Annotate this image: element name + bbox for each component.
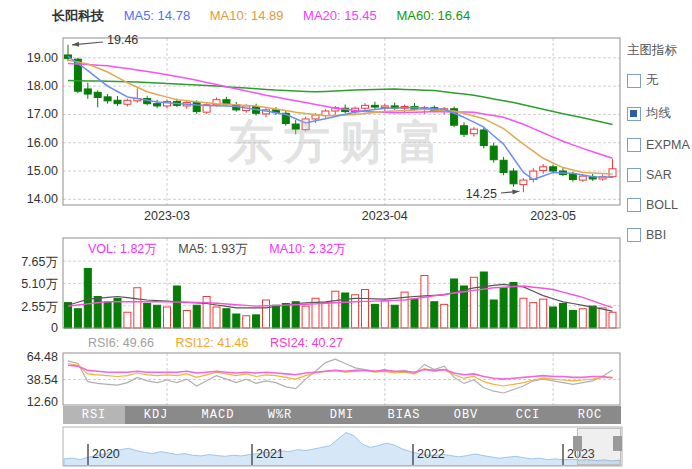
volume-series: [65, 269, 617, 329]
indicator-option-label: 均线: [646, 105, 671, 122]
stock-chart-app: 长阳科技 MA5: 14.78 MA10: 14.89 MA20: 15.45 …: [0, 0, 692, 469]
tab-wr[interactable]: W%R: [249, 406, 311, 424]
tab-kdj[interactable]: KDJ: [125, 406, 187, 424]
volume-legend: VOL: 1.82万 MA5: 1.93万 MA10: 2.32万: [88, 241, 364, 258]
price-annotation: [501, 189, 519, 194]
checkbox-icon[interactable]: [627, 228, 641, 242]
checkbox-icon[interactable]: [627, 168, 641, 182]
indicator-option-SAR[interactable]: SAR: [627, 168, 690, 182]
ma20-value: MA20: 15.45: [303, 8, 377, 23]
ma60-value: MA60: 16.64: [396, 8, 470, 23]
vol-value: VOL: 1.82万: [88, 242, 157, 256]
tab-rsi[interactable]: RSI: [63, 406, 125, 424]
timeline-selection-right-handle[interactable]: [613, 436, 622, 451]
ma5-value: MA5: 14.78: [124, 8, 191, 23]
checkbox-icon[interactable]: [627, 138, 641, 152]
indicator-option-label: 无: [646, 72, 659, 89]
indicator-option-BBI[interactable]: BBI: [627, 228, 690, 242]
chart-canvas: [0, 0, 692, 469]
price-annotation-label: 14.25: [466, 187, 497, 201]
tab-macd[interactable]: MACD: [187, 406, 249, 424]
stock-name: 长阳科技: [52, 8, 104, 23]
indicator-option-label: BBI: [646, 228, 666, 242]
indicator-option-BOLL[interactable]: BOLL: [627, 198, 690, 212]
indicator-panel-title: 主图指标: [627, 42, 690, 59]
ma-lines: [68, 56, 613, 179]
indicator-option-EXPMA[interactable]: EXPMA: [627, 138, 690, 152]
indicator-option-label: BOLL: [646, 198, 678, 212]
vol-ma5-value: MA5: 1.93万: [178, 242, 247, 256]
price-annotation: [72, 42, 103, 47]
tab-roc[interactable]: ROC: [559, 406, 621, 424]
tab-cci[interactable]: CCI: [497, 406, 559, 424]
price-annotation-label: 19.46: [107, 33, 138, 47]
indicator-option-label: EXPMA: [646, 138, 690, 152]
checkbox-checked-icon[interactable]: [627, 107, 641, 121]
indicator-option-label: SAR: [646, 168, 672, 182]
rsi12-value: RSI12: 41.46: [176, 336, 249, 350]
rsi-series: [68, 359, 613, 393]
vol-ma10-value: MA10: 2.32万: [269, 242, 345, 256]
main-chart-legend: 长阳科技 MA5: 14.78 MA10: 14.89 MA20: 15.45 …: [52, 7, 486, 25]
indicator-tab-bar: RSIKDJMACDW%RDMIBIASOBVCCIROC: [63, 406, 621, 424]
main-indicator-panel: 主图指标 无均线EXPMASARBOLLBBI: [627, 42, 690, 258]
checkbox-icon[interactable]: [627, 74, 641, 88]
ma10-value: MA10: 14.89: [210, 8, 284, 23]
rsi24-value: RSI24: 40.27: [270, 336, 343, 350]
timeline-selection-left-handle[interactable]: [573, 436, 582, 451]
indicator-option-无[interactable]: 无: [627, 72, 690, 89]
checkbox-icon[interactable]: [627, 198, 641, 212]
timeline-minimap[interactable]: [63, 427, 622, 466]
rsi-legend: RSI6: 49.66 RSI12: 41.46 RSI24: 40.27: [88, 336, 361, 350]
tab-obv[interactable]: OBV: [435, 406, 497, 424]
candlestick-series: [65, 45, 617, 192]
tab-bias[interactable]: BIAS: [373, 406, 435, 424]
rsi6-value: RSI6: 49.66: [88, 336, 154, 350]
indicator-option-均线[interactable]: 均线: [627, 105, 690, 122]
tab-dmi[interactable]: DMI: [311, 406, 373, 424]
